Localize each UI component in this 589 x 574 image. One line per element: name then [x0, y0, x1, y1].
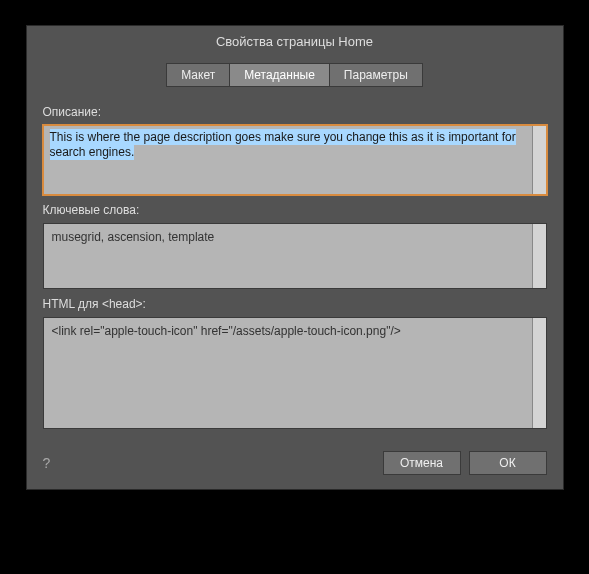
description-scrollbar[interactable]: [532, 126, 546, 194]
page-properties-dialog: Свойства страницы Home Макет Метаданные …: [26, 25, 564, 490]
headhtml-scrollbar[interactable]: [532, 318, 546, 428]
description-selected-text: This is where the page description goes …: [50, 129, 516, 160]
ok-button[interactable]: ОК: [469, 451, 547, 475]
cancel-button[interactable]: Отмена: [383, 451, 461, 475]
tab-params[interactable]: Параметры: [330, 63, 423, 87]
keywords-field-wrap: [43, 223, 547, 289]
tab-metadata[interactable]: Метаданные: [230, 63, 330, 87]
button-group: Отмена ОК: [383, 451, 547, 475]
help-icon[interactable]: ?: [43, 455, 51, 471]
keywords-scrollbar[interactable]: [532, 224, 546, 288]
dialog-footer: ? Отмена ОК: [27, 441, 563, 489]
headhtml-label: HTML для <head>:: [43, 297, 547, 311]
keywords-label: Ключевые слова:: [43, 203, 547, 217]
dialog-title: Свойства страницы Home: [27, 26, 563, 57]
keywords-input[interactable]: [44, 224, 532, 288]
description-field-wrap: This is where the page description goes …: [42, 124, 548, 196]
tabs: Макет Метаданные Параметры: [27, 57, 563, 97]
headhtml-field-wrap: [43, 317, 547, 429]
content-area: Описание: This is where the page descrip…: [27, 105, 563, 441]
headhtml-input[interactable]: [44, 318, 532, 428]
description-input[interactable]: This is where the page description goes …: [44, 126, 532, 194]
tab-layout[interactable]: Макет: [166, 63, 230, 87]
description-label: Описание:: [43, 105, 547, 119]
